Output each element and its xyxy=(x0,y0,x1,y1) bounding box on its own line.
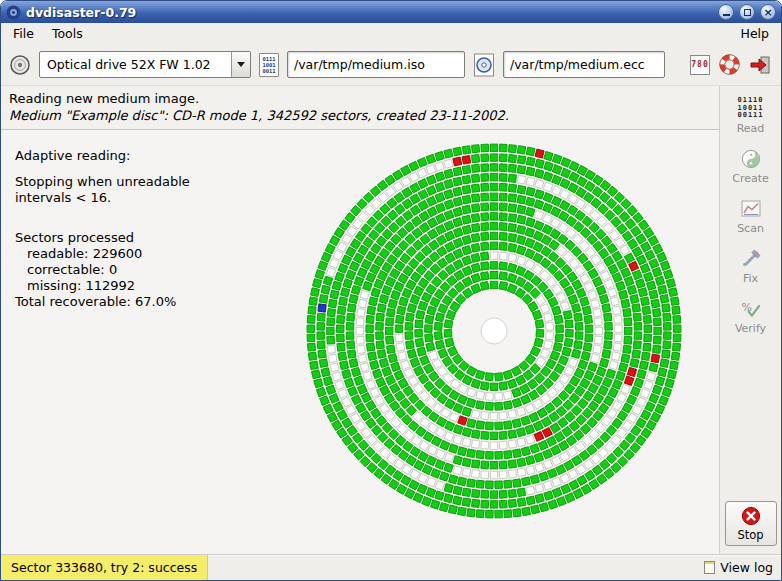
total-recoverable: Total recoverable: 67.0% xyxy=(15,294,190,310)
stop-button-area: Stop xyxy=(725,501,777,546)
help-lifebuoy-icon[interactable] xyxy=(719,54,740,75)
menu-help[interactable]: Help xyxy=(732,24,779,43)
stop-button[interactable]: Stop xyxy=(725,501,777,546)
stopping-line-1: Stopping when unreadable xyxy=(15,174,190,190)
scan-button[interactable]: Scan xyxy=(723,193,778,239)
main-row: Reading new medium image. Medium "Exampl… xyxy=(1,86,781,554)
iso-path-input[interactable] xyxy=(287,51,465,78)
quit-icon[interactable] xyxy=(749,55,771,75)
svg-text:%: % xyxy=(741,300,751,313)
create-button[interactable]: Create xyxy=(723,143,778,189)
preferences-icon[interactable]: 780 xyxy=(690,55,710,75)
toolbar: Optical drive 52X FW 1.02 0111 1001 0011… xyxy=(1,44,781,86)
read-binary-icon: 01110 10011 00111 xyxy=(737,97,763,120)
medium-info-line: Medium "Example disc": CD-R mode 1, 3425… xyxy=(9,108,711,123)
log-icon xyxy=(704,561,715,574)
action-sidebar: 01110 10011 00111 Read Create xyxy=(719,86,781,554)
reading-stats-panel: Adaptive reading: Stopping when unreadab… xyxy=(15,148,190,310)
view-log-label: View log xyxy=(720,560,773,575)
stop-button-label: Stop xyxy=(737,528,763,542)
stop-icon xyxy=(741,506,761,526)
minimize-icon xyxy=(723,14,730,16)
ecc-file-icon xyxy=(473,53,495,77)
iso-image-file-icon: 0111 1001 0011 xyxy=(259,53,279,77)
verify-button-label: Verify xyxy=(735,322,766,335)
close-icon: × xyxy=(763,7,772,18)
create-button-label: Create xyxy=(732,172,769,185)
missing-stat: missing: 112992 xyxy=(15,278,190,294)
menu-file[interactable]: File xyxy=(4,24,43,43)
scan-chart-icon xyxy=(740,198,762,220)
toolbar-right-icons: 780 xyxy=(690,54,773,75)
disc-reading-spiral xyxy=(299,136,689,526)
reading-canvas: Adaptive reading: Stopping when unreadab… xyxy=(1,130,719,554)
minimize-button[interactable] xyxy=(718,4,734,20)
fix-button[interactable]: Fix xyxy=(723,243,778,289)
fix-tools-icon xyxy=(740,248,762,270)
stopping-line-2: intervals < 16. xyxy=(15,190,190,206)
verify-check-icon: % xyxy=(740,298,762,320)
correctable-stat: correctable: 0 xyxy=(15,262,190,278)
statusbar-spacer xyxy=(208,555,696,580)
sectors-processed-heading: Sectors processed xyxy=(15,230,190,246)
app-icon xyxy=(6,5,21,20)
statusbar: Sector 333680, try 2: success View log xyxy=(1,554,781,580)
read-button-label: Read xyxy=(737,122,765,135)
ecc-path-input[interactable] xyxy=(503,51,665,78)
content-column: Reading new medium image. Medium "Exampl… xyxy=(1,86,719,554)
chevron-down-icon xyxy=(237,62,245,67)
menu-tools[interactable]: Tools xyxy=(43,24,92,43)
maximize-icon xyxy=(744,9,751,16)
drive-select-value: Optical drive 52X FW 1.02 xyxy=(40,52,231,77)
app-window: dvdisaster-0.79 × File Tools Help Optica… xyxy=(0,0,782,581)
drive-icon xyxy=(9,54,31,76)
read-button[interactable]: 01110 10011 00111 Read xyxy=(723,92,778,139)
verify-button[interactable]: % Verify xyxy=(723,293,778,339)
adaptive-reading-heading: Adaptive reading: xyxy=(15,148,190,164)
close-button[interactable]: × xyxy=(760,4,776,20)
readable-stat: readable: 229600 xyxy=(15,246,190,262)
status-message: Sector 333680, try 2: success xyxy=(1,555,208,580)
titlebar[interactable]: dvdisaster-0.79 × xyxy=(1,1,781,23)
scan-button-label: Scan xyxy=(737,222,764,235)
window-title: dvdisaster-0.79 xyxy=(26,5,713,20)
drive-select-dropdown[interactable] xyxy=(231,52,250,77)
operation-status-line: Reading new medium image. xyxy=(9,91,711,106)
message-panel: Reading new medium image. Medium "Exampl… xyxy=(1,86,719,130)
fix-button-label: Fix xyxy=(743,272,758,285)
create-yinyang-icon xyxy=(740,148,762,170)
drive-select[interactable]: Optical drive 52X FW 1.02 xyxy=(39,51,251,78)
maximize-button[interactable] xyxy=(739,4,755,20)
menubar: File Tools Help xyxy=(1,23,781,44)
view-log-button[interactable]: View log xyxy=(696,555,781,580)
